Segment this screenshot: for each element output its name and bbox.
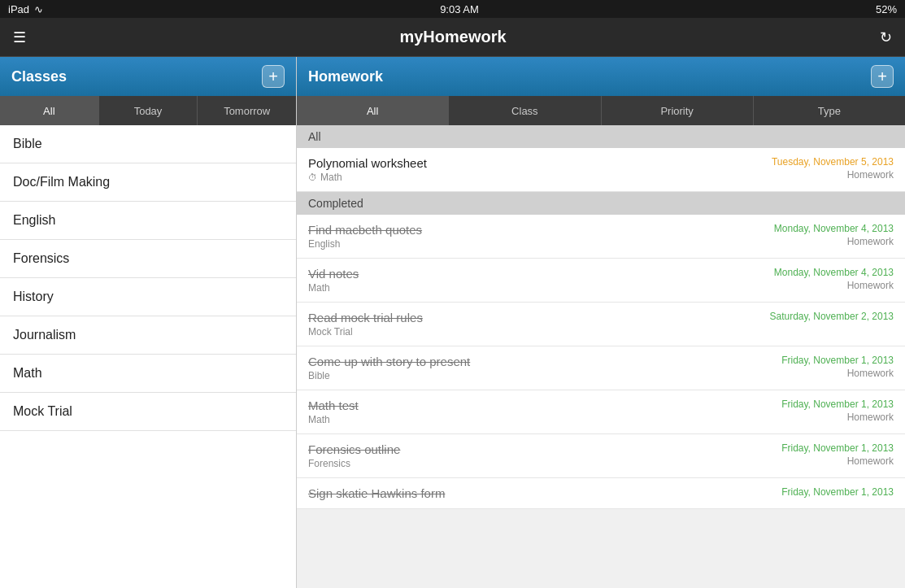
- menu-icon[interactable]: ☰: [13, 28, 26, 46]
- class-item-doc-film-making[interactable]: Doc/Film Making: [0, 163, 296, 202]
- hw-item-subtitle: Math: [308, 414, 359, 425]
- hw-item-right: Friday, November 1, 2013Homework: [781, 399, 894, 423]
- hw-item-date: Friday, November 1, 2013: [781, 355, 894, 366]
- homework-header: Homework +: [297, 57, 905, 96]
- hw-item[interactable]: Forensics outlineForensicsFriday, Novemb…: [297, 434, 905, 478]
- hw-item-right: Monday, November 4, 2013Homework: [774, 223, 894, 247]
- class-filter-tab-today[interactable]: Today: [99, 96, 198, 125]
- hw-item[interactable]: Polynomial worksheet⏱MathTuesday, Novemb…: [297, 148, 905, 192]
- hw-item-subtitle: Bible: [308, 370, 470, 381]
- nav-bar: ☰ myHomework ↻: [0, 18, 905, 57]
- hw-item[interactable]: Read mock trial rulesMock TrialSaturday,…: [297, 303, 905, 346]
- main-container: Classes + AllTodayTomorrow BibleDoc/Film…: [0, 57, 905, 588]
- hw-item-title: Come up with story to present: [308, 355, 470, 368]
- class-item-math[interactable]: Math: [0, 355, 296, 393]
- classes-title: Classes: [11, 68, 67, 85]
- hw-item-right: Monday, November 4, 2013Homework: [774, 267, 894, 291]
- hw-item-right: Friday, November 1, 2013Homework: [781, 355, 894, 379]
- hw-item-date: Monday, November 4, 2013: [774, 267, 894, 278]
- hw-item-title: Find macbeth quotes: [308, 223, 422, 237]
- refresh-icon[interactable]: ↻: [880, 28, 892, 46]
- hw-item-left: Come up with story to presentBible: [308, 355, 470, 381]
- homework-title: Homework: [308, 68, 383, 85]
- hw-item-subtitle: English: [308, 238, 422, 250]
- hw-item-subtitle: ⏱Math: [308, 172, 427, 183]
- hw-item-type: Homework: [774, 280, 894, 291]
- hw-item-title: Math test: [308, 399, 359, 412]
- hw-item[interactable]: Vid notesMathMonday, November 4, 2013Hom…: [297, 259, 905, 303]
- class-item-english[interactable]: English: [0, 202, 296, 240]
- hw-item-title: Vid notes: [308, 267, 359, 281]
- hw-list: AllPolynomial worksheet⏱MathTuesday, Nov…: [297, 125, 905, 588]
- hw-item-type: Homework: [772, 169, 894, 181]
- hw-item-date: Monday, November 4, 2013: [774, 223, 894, 234]
- hw-filter-tab-priority[interactable]: Priority: [602, 96, 754, 125]
- class-item-journalism[interactable]: Journalism: [0, 316, 296, 355]
- hw-item-title: Polynomial worksheet: [308, 156, 427, 170]
- wifi-icon: ∿: [34, 3, 43, 15]
- class-filter-tab-tomorrow[interactable]: Tomorrow: [198, 96, 296, 125]
- class-item-forensics[interactable]: Forensics: [0, 240, 296, 278]
- hw-item-subtitle: Mock Trial: [308, 326, 423, 338]
- hw-item-right: Friday, November 1, 2013: [781, 486, 894, 498]
- hw-item-type: Homework: [781, 368, 894, 379]
- device-name: iPad: [8, 3, 29, 15]
- app-title: myHomework: [399, 28, 506, 46]
- hw-item-type: Homework: [781, 455, 894, 467]
- hw-item-left: Vid notesMath: [308, 267, 359, 294]
- hw-item-left: Sign skatie Hawkins form: [308, 486, 445, 500]
- hw-filter-tab-all[interactable]: All: [297, 96, 449, 125]
- hw-item-left: Read mock trial rulesMock Trial: [308, 311, 423, 338]
- hw-item[interactable]: Come up with story to presentBibleFriday…: [297, 346, 905, 390]
- class-filter-tab-all[interactable]: All: [0, 96, 99, 125]
- hw-item[interactable]: Math testMathFriday, November 1, 2013Hom…: [297, 390, 905, 434]
- hw-item-title: Sign skatie Hawkins form: [308, 486, 445, 500]
- hw-item-type: Homework: [781, 412, 894, 423]
- hw-item-right: Saturday, November 2, 2013: [769, 311, 894, 322]
- classes-header: Classes +: [0, 57, 296, 96]
- class-item-history[interactable]: History: [0, 278, 296, 316]
- left-panel: Classes + AllTodayTomorrow BibleDoc/Film…: [0, 57, 297, 588]
- hw-filter-tabs: AllClassPriorityType: [297, 96, 905, 125]
- battery-status: 52%: [876, 3, 897, 15]
- hw-item-left: Find macbeth quotesEnglish: [308, 223, 422, 250]
- hw-filter-tab-type[interactable]: Type: [754, 96, 905, 125]
- hw-item-left: Polynomial worksheet⏱Math: [308, 156, 427, 183]
- hw-filter-tab-class[interactable]: Class: [449, 96, 601, 125]
- class-list: BibleDoc/Film MakingEnglishForensicsHist…: [0, 125, 296, 588]
- status-time: 9:03 AM: [440, 3, 479, 15]
- hw-item-date: Friday, November 1, 2013: [781, 486, 894, 498]
- hw-item-subtitle: Forensics: [308, 458, 400, 469]
- hw-item[interactable]: Find macbeth quotesEnglishMonday, Novemb…: [297, 215, 905, 259]
- hw-item-date: Friday, November 1, 2013: [781, 442, 894, 454]
- right-panel: Homework + AllClassPriorityType AllPolyn…: [297, 57, 905, 588]
- clock-icon: ⏱: [308, 172, 317, 182]
- hw-item-date: Friday, November 1, 2013: [781, 399, 894, 410]
- hw-item-title: Read mock trial rules: [308, 311, 423, 324]
- hw-item[interactable]: Sign skatie Hawkins formFriday, November…: [297, 478, 905, 509]
- hw-item-left: Math testMath: [308, 399, 359, 425]
- section-header-completed: Completed: [297, 192, 905, 215]
- add-homework-button[interactable]: +: [871, 65, 894, 88]
- section-header-all: All: [297, 125, 905, 148]
- hw-item-title: Forensics outline: [308, 442, 400, 456]
- hw-item-type: Homework: [774, 236, 894, 247]
- status-left: iPad ∿: [8, 3, 43, 15]
- hw-item-date: Saturday, November 2, 2013: [769, 311, 894, 322]
- hw-item-right: Friday, November 1, 2013Homework: [781, 442, 894, 467]
- hw-item-date: Tuesday, November 5, 2013: [772, 156, 894, 168]
- class-item-mock-trial[interactable]: Mock Trial: [0, 393, 296, 431]
- hw-item-right: Tuesday, November 5, 2013Homework: [772, 156, 894, 181]
- status-bar: iPad ∿ 9:03 AM 52%: [0, 0, 905, 18]
- class-item-bible[interactable]: Bible: [0, 125, 296, 163]
- add-class-button[interactable]: +: [262, 65, 285, 88]
- hw-item-subtitle: Math: [308, 282, 359, 294]
- class-filter-tabs: AllTodayTomorrow: [0, 96, 296, 125]
- hw-item-left: Forensics outlineForensics: [308, 442, 400, 469]
